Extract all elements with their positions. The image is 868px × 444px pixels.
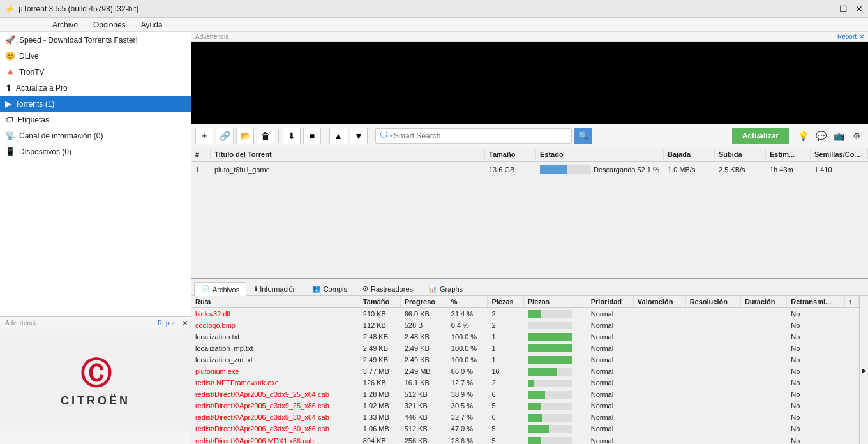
ad-banner-label: Advertencia [195,33,229,40]
sidebar-ad-report[interactable]: Report [158,320,177,327]
file-pieces-bar [523,400,587,411]
screen-icon[interactable]: 📺 [831,128,846,144]
maximize-button[interactable]: ☐ [839,4,848,14]
file-progress: 2.49 MB [400,366,447,377]
search-dropdown-icon[interactable]: ▾ [389,132,393,139]
app-title: µTorrent 3.5.5 (build 45798) [32-bit] [19,4,138,13]
col-up: Subida [715,149,766,159]
open-folder-button[interactable]: 📂 [236,128,254,144]
stop-button[interactable]: ■ [303,128,321,144]
sidebar-item-dispositivos[interactable]: 📱 Dispositivos (0) [0,144,191,159]
tab-graphs[interactable]: 📊Graphs [421,281,470,295]
torrent-table-body: 1 pluto_t6full_game 13.6 GB Descargando … [191,162,868,278]
sidebar-item-etiquetas[interactable]: 🏷 Etiquetas [0,112,191,128]
sidebar-item-dlive[interactable]: 😊 DLive [0,48,191,64]
file-size: 1.06 MB [359,423,400,434]
file-size: 112 KB [359,320,400,331]
ad-banner-report[interactable]: Report ✕ [837,33,864,40]
file-extra [844,343,858,354]
file-row[interactable]: binkw32.dll210 KB66.0 KB31.4 %2NormalNo [191,308,859,320]
sidebar-ad: Advertencia Report ✕ Ⓒ CITROËN [0,316,191,444]
file-row[interactable]: redist\DirectX\Apr2005_d3dx9_25_x86.cab1… [191,400,859,411]
tab-icon-graphs: 📊 [428,285,437,293]
file-name: localization.txt [191,331,359,343]
menu-item-ayuda[interactable]: Ayuda [137,20,167,29]
titlebar: ⚡ µTorrent 3.5.5 (build 45798) [32-bit] … [0,0,868,18]
sidebar-ad-content: Ⓒ CITROËN [0,329,191,431]
titlebar-controls[interactable]: — ☐ ✕ [823,4,863,14]
torrent-row[interactable]: 1 pluto_t6full_game 13.6 GB Descargando … [191,162,868,178]
citroen-brand: CITROËN [61,394,130,408]
file-resolution [685,389,740,400]
menu-item-opciones[interactable]: Opciones [89,20,130,29]
search-input[interactable] [394,131,567,140]
file-row[interactable]: codlogo.bmp112 KB528 B0.4 %2NormalNo [191,320,859,331]
files-col-ruta: Ruta [191,296,359,308]
minimize-button[interactable]: — [823,4,832,14]
priority-down-button[interactable]: ▼ [350,128,368,144]
file-progress: 512 KB [400,423,447,434]
file-rating [633,320,685,331]
file-row[interactable]: redist\DirectX\Apr2005_d3dx9_25_x64.cab1… [191,389,859,400]
menu-item-archivo[interactable]: Archivo [49,20,82,29]
file-name: redist\DirectX\Apr2005_d3dx9_25_x64.cab [191,389,359,400]
file-resolution [685,377,740,389]
scroll-right-button[interactable]: ▶ [859,296,868,444]
search-button[interactable]: 🔍 [574,128,592,144]
file-extra [844,366,858,377]
sidebar-nav: 🚀 Speed - Download Torrents Faster!😊 DLi… [0,32,191,316]
file-name: plutonium.exe [191,366,359,377]
torrent-table: # Título del Torrent Tamaño Estado Bajad… [191,147,868,278]
file-pct: 66.0 % [447,366,488,377]
add-link-button[interactable]: 🔗 [216,128,234,144]
start-button[interactable]: ⬇ [283,128,301,144]
sidebar-item-canal[interactable]: 📡 Canal de información (0) [0,128,191,144]
chat-icon[interactable]: 💬 [813,128,828,144]
delete-button[interactable]: 🗑 [257,128,274,144]
sidebar-item-trontv[interactable]: 🔺 TronTV [0,64,191,80]
files-col-tama_o: Tamaño [359,296,400,308]
sidebar-icon-dlive: 😊 [5,51,15,61]
file-row[interactable]: redist\DirectX\Apr2006 MDX1 x86.cab894 K… [191,435,859,444]
tab-compis[interactable]: 👥Compis [305,281,354,295]
file-retransmit: No [787,308,845,320]
file-row[interactable]: redist\DirectX\Apr2006_d3dx9_30_x86.cab1… [191,423,859,434]
sidebar-item-upgrade[interactable]: ⬆ Actualiza a Pro [0,80,191,96]
sidebar-icon-etiquetas: 🏷 [5,115,13,124]
col-size: Tamaño [485,149,536,159]
tab-rastreadores[interactable]: ⊙Rastreadores [355,281,420,295]
sidebar-ad-close[interactable]: ✕ [182,319,188,328]
file-rating [633,354,685,366]
file-resolution [685,331,740,343]
file-pieces-bar [523,411,587,423]
file-extra [844,411,858,423]
tab-archivos[interactable]: 📄Archivos [194,282,246,296]
file-row[interactable]: redist\DirectX\Apr2006_d3dx9_30_x64.cab1… [191,411,859,423]
file-row[interactable]: redist\.NETFramework.exe126 KB16.1 KB12.… [191,377,859,389]
priority-up-button[interactable]: ▲ [329,128,347,144]
actualizar-button[interactable]: Actualizar [732,128,789,144]
tab-informacion[interactable]: ℹInformación [248,281,303,295]
close-button[interactable]: ✕ [855,4,863,14]
lightbulb-icon[interactable]: 💡 [795,128,811,144]
file-pct: 12.7 % [447,377,488,389]
search-shield-icon: 🛡 [380,131,388,140]
file-row[interactable]: localization_mp.txt2.49 KB2.49 KB100.0 %… [191,343,859,354]
search-input-wrap: 🛡 ▾ [375,128,572,144]
file-row[interactable]: localization.txt2.48 KB2.48 KB100.0 %1No… [191,331,859,343]
settings-icon[interactable]: ⚙ [849,128,864,144]
file-size: 1.02 MB [359,400,400,411]
ad-close-icon[interactable]: ✕ [859,33,864,40]
file-extra [844,435,858,444]
file-row[interactable]: localization_zm.txt2.49 KB2.49 KB100.0 %… [191,354,859,366]
sidebar-item-torrents[interactable]: ▶ Torrents (1) [0,96,191,112]
sidebar-label-dispositivos: Dispositivos (0) [19,147,71,156]
file-rating [633,411,685,423]
sidebar-ad-header: Advertencia Report ✕ [0,317,191,329]
files-col-valoraci_n: Valoración [633,296,685,308]
torrent-down: 1.0 MB/s [664,165,715,175]
sidebar-item-speed[interactable]: 🚀 Speed - Download Torrents Faster! [0,32,191,48]
file-row[interactable]: plutonium.exe3.77 MB2.49 MB66.0 %16Norma… [191,366,859,377]
file-resolution [685,411,740,423]
add-torrent-button[interactable]: ＋ [195,128,213,144]
